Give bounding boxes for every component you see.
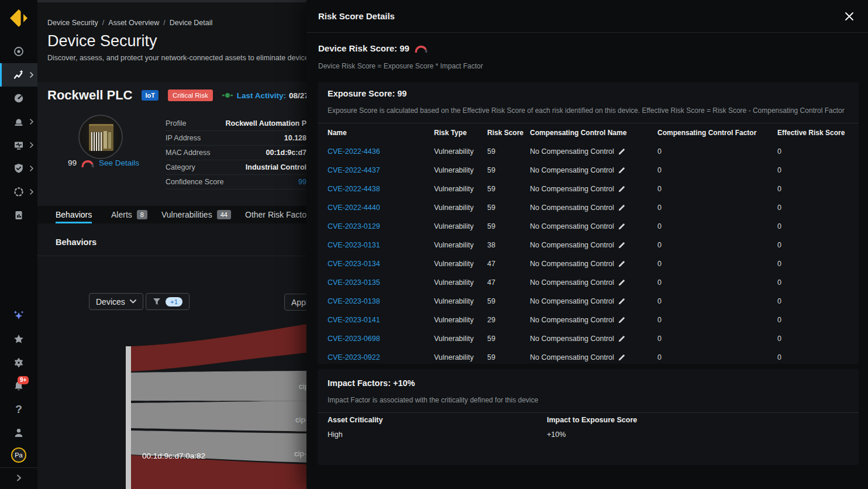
sankey-node-label: 00:1d:9c:d7:0a:82 bbox=[142, 452, 205, 460]
cc-factor-cell: 0 bbox=[657, 217, 777, 236]
device-field-label: IP Address bbox=[166, 134, 201, 142]
breadcrumb-asset-overview[interactable]: Asset Overview bbox=[108, 19, 159, 27]
device-fields: Profile Rockwell Automation P IP Address… bbox=[166, 116, 306, 190]
pencil-edit-icon[interactable] bbox=[618, 260, 625, 267]
monitor-pulse-icon bbox=[13, 139, 25, 151]
plc-image-module bbox=[108, 132, 111, 149]
sidebar-item-device-security[interactable] bbox=[0, 63, 37, 87]
breadcrumb-separator: / bbox=[163, 19, 165, 27]
pencil-edit-icon[interactable] bbox=[618, 316, 625, 323]
devices-dropdown-label: Devices bbox=[96, 297, 125, 307]
tab-other-risk-factor[interactable]: Other Risk Factor bbox=[245, 206, 309, 223]
risk-score-details-panel: Risk Score Details Device Risk Score: 99… bbox=[306, 0, 868, 489]
devices-dropdown[interactable]: Devices bbox=[89, 293, 143, 310]
pencil-edit-icon[interactable] bbox=[618, 204, 625, 211]
cc-name-cell: No Compensating Control bbox=[530, 311, 614, 329]
effective-score-cell: 0 bbox=[777, 254, 848, 273]
close-button[interactable] bbox=[843, 11, 855, 22]
device-field-value: 00:1d:9c:d7 bbox=[266, 149, 306, 157]
speedometer-icon bbox=[13, 92, 25, 104]
sidebar-item-user[interactable] bbox=[0, 421, 37, 445]
cve-link[interactable]: CVE-2023-0698 bbox=[328, 335, 380, 343]
impact-factors-heading: Impact Factors: +10% bbox=[328, 378, 415, 388]
effective-score-cell: 0 bbox=[777, 273, 848, 292]
cve-link[interactable]: CVE-2023-0922 bbox=[328, 353, 380, 361]
device-name: Rockwell PLC bbox=[47, 88, 132, 103]
cve-link[interactable]: CVE-2022-4440 bbox=[328, 204, 380, 212]
table-row: CVE-2023-0135Vulnerability47No Compensat… bbox=[318, 273, 859, 291]
pencil-edit-icon[interactable] bbox=[618, 242, 625, 249]
cve-link[interactable]: CVE-2023-0129 bbox=[328, 222, 380, 230]
exposure-score-description: Exposure Score is calculated based on th… bbox=[328, 106, 845, 115]
cve-link[interactable]: CVE-2023-0138 bbox=[328, 297, 380, 305]
column-header-name: Name bbox=[328, 123, 434, 142]
device-field-row: IP Address 10.128 bbox=[166, 131, 306, 146]
tab-alerts[interactable]: Alerts 8 bbox=[111, 206, 147, 223]
pencil-edit-icon[interactable] bbox=[618, 279, 625, 286]
pencil-edit-icon[interactable] bbox=[618, 298, 625, 305]
device-risk-score-heading-text: Device Risk Score: 99 bbox=[318, 43, 409, 53]
cc-name-cell: No Compensating Control bbox=[530, 254, 614, 273]
sidebar-item-protection[interactable] bbox=[0, 157, 37, 180]
sidebar-item-dashboard[interactable] bbox=[0, 87, 37, 110]
sidebar-item-processes[interactable] bbox=[0, 180, 37, 204]
pencil-edit-icon[interactable] bbox=[618, 335, 625, 342]
filter-button[interactable]: +1 bbox=[146, 293, 190, 310]
cc-factor-cell: 0 bbox=[657, 311, 777, 329]
device-type-badge: IoT bbox=[142, 90, 159, 101]
see-details-link[interactable]: See Details bbox=[99, 159, 139, 167]
effective-score-cell: 0 bbox=[777, 217, 848, 236]
sidebar-item-favorites[interactable] bbox=[0, 328, 37, 351]
device-field-value[interactable]: 99 bbox=[298, 178, 306, 186]
breadcrumb-device-security[interactable]: Device Security bbox=[47, 19, 98, 27]
sidebar-item-reports[interactable] bbox=[0, 204, 37, 227]
impact-table-header: Asset CriticalityImpact to Exposure Scor… bbox=[328, 416, 849, 424]
table-row: CVE-2023-0141Vulnerability29No Compensat… bbox=[318, 310, 859, 329]
table-row: CVE-2022-4436Vulnerability59No Compensat… bbox=[318, 142, 859, 160]
device-field-label: Category bbox=[166, 163, 195, 171]
device-field-row: MAC Address 00:1d:9c:d7 bbox=[166, 146, 306, 160]
cve-link[interactable]: CVE-2022-4438 bbox=[328, 185, 380, 193]
cve-link[interactable]: CVE-2023-0131 bbox=[328, 241, 380, 249]
risk-gauge-icon bbox=[81, 160, 94, 167]
page-subtitle: Discover, assess, and protect your netwo… bbox=[47, 54, 352, 62]
risk-score-cell: 59 bbox=[487, 180, 530, 198]
device-field-value: 10.128 bbox=[284, 134, 306, 142]
tab-vulnerabilities[interactable]: Vulnerabilities 44 bbox=[161, 206, 231, 223]
sidebar-item-monitoring[interactable] bbox=[0, 133, 37, 157]
sidebar-item-alerts[interactable] bbox=[0, 110, 37, 133]
cve-link[interactable]: CVE-2023-0141 bbox=[328, 316, 380, 324]
sidebar-item-ai-assistant[interactable] bbox=[0, 304, 37, 328]
route-sparkle-icon bbox=[12, 69, 25, 81]
cve-link[interactable]: CVE-2022-4436 bbox=[328, 147, 380, 156]
ai-sparkles-icon bbox=[12, 309, 26, 323]
cve-link[interactable]: CVE-2022-4437 bbox=[328, 166, 380, 174]
cve-link[interactable]: CVE-2023-0135 bbox=[328, 278, 380, 287]
sidebar-item-help[interactable]: ? bbox=[0, 398, 37, 421]
sidebar-item-notifications[interactable]: 9+ bbox=[0, 374, 37, 398]
sidebar-item-discovery[interactable] bbox=[0, 40, 37, 63]
sidebar-item-settings[interactable] bbox=[0, 351, 37, 374]
risk-type-cell: Vulnerability bbox=[434, 198, 487, 217]
sidebar-item-account[interactable]: Pa bbox=[0, 443, 37, 467]
avatar: Pa bbox=[11, 447, 26, 463]
cc-name-cell: No Compensating Control bbox=[530, 292, 614, 311]
pencil-edit-icon[interactable] bbox=[618, 185, 625, 192]
sidebar-collapse-button[interactable] bbox=[0, 469, 37, 487]
column-header-risk-type: Risk Type bbox=[434, 123, 487, 142]
panel-header: Risk Score Details bbox=[306, 0, 868, 33]
pencil-edit-icon[interactable] bbox=[618, 354, 625, 361]
cc-factor-cell: 0 bbox=[657, 236, 777, 254]
table-row: CVE-2023-0922Vulnerability59No Compensat… bbox=[318, 347, 859, 364]
impact-factors-description: Impact Factor is associated with the cri… bbox=[328, 396, 538, 404]
tab-behaviors[interactable]: Behaviors bbox=[56, 206, 92, 223]
pencil-edit-icon[interactable] bbox=[618, 148, 625, 155]
pencil-edit-icon[interactable] bbox=[618, 223, 625, 230]
claroty-logo[interactable] bbox=[9, 8, 29, 28]
cc-factor-cell: 0 bbox=[657, 198, 777, 217]
page-title: Device Security bbox=[47, 32, 157, 50]
impact-table-divider bbox=[318, 412, 859, 413]
sankey-source-node[interactable] bbox=[126, 346, 131, 489]
pencil-edit-icon[interactable] bbox=[618, 167, 625, 174]
cve-link[interactable]: CVE-2023-0134 bbox=[328, 260, 380, 268]
